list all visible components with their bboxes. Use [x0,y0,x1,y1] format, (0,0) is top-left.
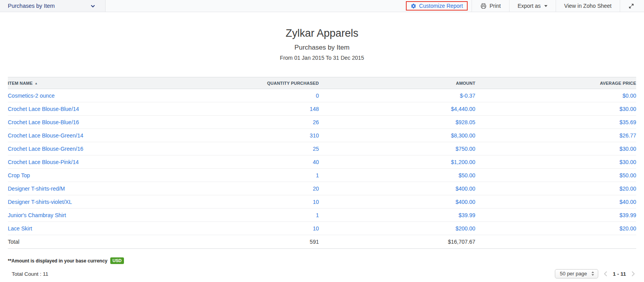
currency-footnote: **Amount is displayed in your base curre… [8,257,636,264]
average-price-value[interactable]: $26.77 [619,132,636,139]
quantity-value[interactable]: 0 [316,93,319,99]
page-range-label: 1 - 11 [613,271,626,277]
view-in-zoho-sheet-label: View in Zoho Sheet [564,3,612,9]
item-name-link[interactable]: Crop Top [8,172,30,178]
table-row: Designer T-shirts-violet/XL 10 $400.00 $… [8,195,636,209]
amount-value[interactable]: $400.00 [456,186,475,192]
average-price-value[interactable]: $50.00 [619,172,636,178]
bottom-bar: Total Count : 11 50 per page 1 - 11 [0,269,644,278]
gear-icon [411,3,416,9]
customize-report-label: Customize Report [419,3,463,9]
item-name-link[interactable]: Junior's Chambray Shirt [8,212,66,218]
quantity-value[interactable]: 10 [313,225,319,232]
report-table-wrap: ITEM NAME▲ QUANTITY PURCHASED AMOUNT AVE… [0,77,644,249]
amount-value[interactable]: $200.00 [456,225,475,232]
quantity-value[interactable]: 1 [316,172,319,178]
report-title: Purchases by Item [0,44,644,52]
item-name-link[interactable]: Crochet Lace Blouse-Blue/16 [8,119,79,125]
total-quantity: 591 [208,235,319,249]
currency-badge: USD [110,257,124,264]
quantity-value[interactable]: 26 [313,119,319,125]
view-in-zoho-sheet-button[interactable]: View in Zoho Sheet [556,0,620,12]
item-name-link[interactable]: Cosmetics-2 ounce [8,93,55,99]
table-body: Cosmetics-2 ounce 0 $-0.37 $0.00 Crochet… [8,89,636,235]
amount-value[interactable]: $400.00 [456,199,475,205]
purchases-by-item-table: ITEM NAME▲ QUANTITY PURCHASED AMOUNT AVE… [8,77,636,249]
amount-value[interactable]: $39.99 [459,212,475,218]
next-page-button[interactable] [631,271,635,277]
amount-value[interactable]: $-0.37 [460,93,475,99]
export-as-label: Export as [518,3,541,9]
item-name-link[interactable]: Designer T-shirts-violet/XL [8,199,72,205]
prev-page-button[interactable] [603,271,608,277]
item-name-link[interactable]: Crochet Lace Blouse-Green/14 [8,132,83,139]
amount-value[interactable]: $8,300.00 [451,132,475,139]
toolbar-actions: Customize Report Print Export as View in… [402,0,644,12]
quantity-value[interactable]: 20 [313,186,319,192]
table-row: Cosmetics-2 ounce 0 $-0.37 $0.00 [8,89,636,102]
total-label: Total [8,235,208,249]
report-selector-dropdown[interactable]: Purchases by Item [0,0,106,12]
quantity-value[interactable]: 40 [313,159,319,165]
average-price-value[interactable]: $40.00 [619,199,636,205]
expand-icon [628,3,634,9]
table-row: Junior's Chambray Shirt 1 $39.99 $39.99 [8,209,636,222]
sort-ascending-icon: ▲ [35,82,38,85]
average-price-value[interactable]: $39.99 [619,212,636,218]
amount-value[interactable]: $1,200.00 [451,159,475,165]
item-name-link[interactable]: Designer T-shirts-red/M [8,186,65,192]
chevron-down-icon [90,3,96,9]
table-row: Crochet Lace Blouse-Blue/14 148 $4,440.0… [8,102,636,116]
table-row: Crochet Lace Blouse-Pink/14 40 $1,200.00… [8,155,636,169]
table-row: Crochet Lace Blouse-Green/16 25 $750.00 … [8,142,636,155]
quantity-value[interactable]: 148 [310,106,319,112]
quantity-value[interactable]: 25 [313,146,319,152]
per-page-select[interactable]: 50 per page [555,269,598,278]
total-count-label: Total Count : 11 [12,271,48,277]
column-header-average-price[interactable]: AVERAGE PRICE [475,77,636,89]
average-price-value[interactable]: $0.00 [622,93,636,99]
table-row: Crop Top 1 $50.00 $50.00 [8,169,636,182]
report-date-range: From 01 Jan 2015 To 31 Dec 2015 [0,55,644,61]
item-name-link[interactable]: Lace Skirt [8,225,32,232]
report-title-block: Zylkar Apparels Purchases by Item From 0… [0,27,644,61]
pagination: 50 per page 1 - 11 [555,269,635,278]
amount-value[interactable]: $928.05 [456,119,475,125]
quantity-value[interactable]: 1 [316,212,319,218]
total-amount: $16,707.67 [319,235,475,249]
company-name: Zylkar Apparels [0,27,644,39]
average-price-value[interactable]: $30.00 [619,106,636,112]
quantity-value[interactable]: 10 [313,199,319,205]
table-row: Lace Skirt 10 $200.00 $20.00 [8,222,636,235]
column-header-item-name[interactable]: ITEM NAME▲ [8,77,208,89]
export-as-button[interactable]: Export as [509,0,556,12]
currency-note-text: **Amount is displayed in your base curre… [8,258,108,264]
column-header-quantity-purchased[interactable]: QUANTITY PURCHASED [208,77,319,89]
caret-down-icon [544,5,547,7]
column-header-amount[interactable]: AMOUNT [319,77,475,89]
print-button[interactable]: Print [472,0,509,12]
toolbar: Purchases by Item Customize Report Print [0,0,644,12]
total-average-price [475,235,636,249]
customize-report-button[interactable]: Customize Report [406,1,468,11]
table-row: Crochet Lace Blouse-Blue/16 26 $928.05 $… [8,116,636,129]
average-price-value[interactable]: $35.69 [619,119,636,125]
item-name-link[interactable]: Crochet Lace Blouse-Pink/14 [8,159,79,165]
average-price-value[interactable]: $30.00 [619,146,636,152]
average-price-value[interactable]: $20.00 [619,186,636,192]
table-row: Designer T-shirts-red/M 20 $400.00 $20.0… [8,182,636,195]
table-row: Crochet Lace Blouse-Green/14 310 $8,300.… [8,129,636,142]
amount-value[interactable]: $50.00 [459,172,475,178]
printer-icon [480,3,487,9]
expand-fullscreen-button[interactable] [620,0,634,12]
average-price-value[interactable]: $20.00 [619,225,636,232]
amount-value[interactable]: $750.00 [456,146,475,152]
quantity-value[interactable]: 310 [310,132,319,139]
print-label: Print [490,3,501,9]
table-header-row: ITEM NAME▲ QUANTITY PURCHASED AMOUNT AVE… [8,77,636,89]
item-name-link[interactable]: Crochet Lace Blouse-Blue/14 [8,106,79,112]
report-selector-label: Purchases by Item [8,3,55,9]
amount-value[interactable]: $4,440.00 [451,106,475,112]
item-name-link[interactable]: Crochet Lace Blouse-Green/16 [8,146,83,152]
average-price-value[interactable]: $30.00 [619,159,636,165]
